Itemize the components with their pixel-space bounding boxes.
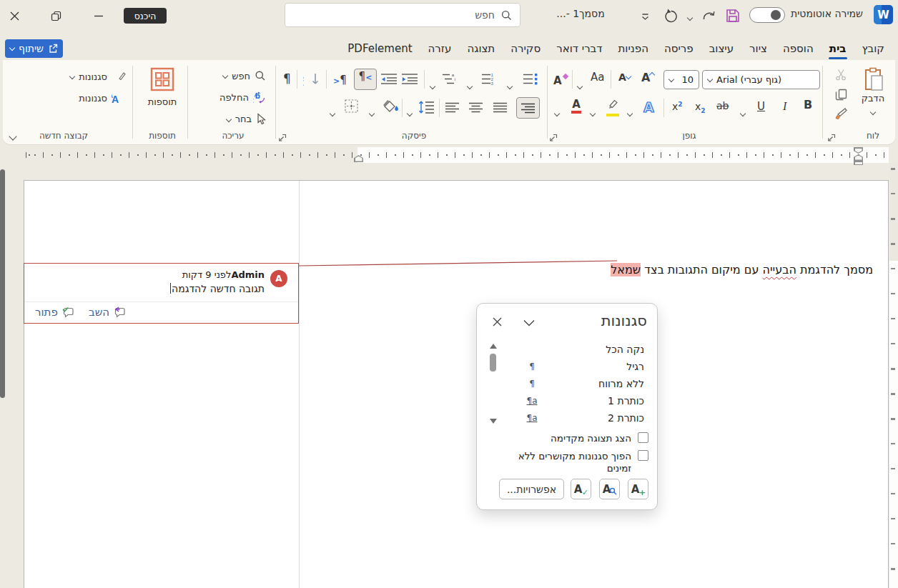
strikethrough-button[interactable]: ab: [716, 100, 729, 111]
undo-dropdown-chevron-icon[interactable]: [681, 9, 699, 26]
numbering-chevron-icon[interactable]: [468, 78, 472, 91]
tab-help[interactable]: עזרה: [420, 39, 460, 59]
style-item-clear-all[interactable]: נקה הכל: [606, 341, 644, 358]
text-effects-button[interactable]: A: [643, 99, 654, 115]
font-name-combobox[interactable]: Arial (גוף עברי): [702, 70, 820, 89]
clear-formatting-button[interactable]: A: [553, 73, 569, 86]
tab-view[interactable]: תצוגה: [459, 39, 503, 59]
show-paragraph-marks-button[interactable]: ¶: [283, 71, 291, 86]
bold-button[interactable]: B: [804, 100, 812, 109]
decrease-indent-button[interactable]: [402, 73, 418, 84]
font-name-chevron-icon[interactable]: [707, 76, 713, 81]
addins-button[interactable]: תוספות: [139, 67, 186, 107]
font-dialog-launcher-icon[interactable]: [548, 132, 558, 141]
comment-text[interactable]: תגובה חדשה להדגמה: [170, 283, 265, 294]
highlight-button[interactable]: [605, 99, 619, 116]
show-preview-checkbox[interactable]: [638, 432, 648, 443]
close-window-icon[interactable]: [6, 7, 23, 24]
style-item-normal[interactable]: רגיל: [626, 358, 644, 375]
numbering-button[interactable]: 123: [482, 73, 498, 85]
titlebar-more-chevron-icon[interactable]: [636, 8, 653, 25]
options-button[interactable]: אפשרויות...: [499, 479, 564, 499]
vertical-scrollbar[interactable]: [0, 163, 9, 588]
horizontal-ruler[interactable]: [0, 147, 898, 163]
tab-design[interactable]: עיצוב: [701, 39, 741, 59]
style-item-heading1[interactable]: כותרת 1: [608, 392, 644, 409]
styles-panel-close-icon[interactable]: [490, 314, 504, 329]
disable-linked-checkbox[interactable]: [638, 450, 648, 461]
style-item-no-spacing[interactable]: ללא מרווח: [598, 375, 644, 392]
word-logo[interactable]: W: [874, 5, 893, 24]
superscript-button[interactable]: x2: [672, 101, 683, 112]
tab-draw[interactable]: ציור: [741, 39, 775, 59]
font-size-combobox[interactable]: 10: [663, 70, 699, 89]
line-spacing-button[interactable]: [418, 101, 434, 114]
tab-home[interactable]: בית: [821, 39, 854, 59]
copy-icon[interactable]: [835, 89, 847, 104]
document-text-line[interactable]: מסמך להדגמת הבעייה עם מיקום התגובות בצד …: [611, 263, 873, 276]
search-box[interactable]: חפש: [285, 3, 520, 27]
subscript-button[interactable]: x2: [695, 101, 706, 114]
font-color-chevron-icon[interactable]: [555, 105, 559, 119]
borders-button[interactable]: [345, 99, 358, 113]
tab-insert[interactable]: הוספה: [775, 39, 821, 59]
select-button[interactable]: בחר: [212, 113, 266, 125]
style-item-heading2[interactable]: כותרת 2: [608, 409, 644, 427]
reply-button[interactable]: השב: [89, 306, 127, 319]
rtl-direction-button[interactable]: ¶<: [354, 69, 377, 90]
document-page[interactable]: מסמך להדגמת הבעייה עם מיקום התגובות בצד …: [24, 180, 889, 588]
scrollbar-thumb[interactable]: [0, 169, 5, 398]
resolve-button[interactable]: פתור: [35, 306, 75, 319]
restore-window-icon[interactable]: [47, 7, 64, 24]
tab-review[interactable]: סקירה: [503, 39, 548, 59]
first-line-indent-marker[interactable]: [854, 147, 863, 154]
redo-icon[interactable]: [700, 7, 717, 24]
align-left-button[interactable]: [445, 102, 459, 113]
comment-card[interactable]: A Adminלפני 9 דקות תגובה חדשה להדגמה פתו…: [24, 263, 299, 324]
manage-styles-button[interactable]: A+: [628, 479, 648, 499]
shrink-font-button[interactable]: A: [618, 73, 631, 82]
styles-panel[interactable]: סגנונות נקה הכל רגיל ¶ ללא מרווח ¶ כותרת…: [476, 303, 658, 510]
line-spacing-chevron-icon[interactable]: [408, 105, 412, 119]
new-style-button[interactable]: A✓: [571, 479, 591, 499]
undo-icon[interactable]: [662, 7, 679, 24]
clipboard-dialog-launcher-icon[interactable]: [827, 132, 836, 141]
styles-list[interactable]: נקה הכל רגיל ¶ ללא מרווח ¶ כותרת 1 ¶a כו…: [485, 341, 650, 427]
styles-gallery-button[interactable]: A סגנונות: [63, 70, 126, 83]
shading-chevron-icon[interactable]: [370, 105, 374, 119]
autosave-toggle[interactable]: [749, 7, 785, 23]
collapse-ribbon-chevron-icon[interactable]: [10, 129, 16, 142]
increase-indent-button[interactable]: [381, 73, 397, 84]
replace-button[interactable]: bc החלפה: [200, 91, 266, 104]
sign-in-button[interactable]: היכנס: [124, 8, 167, 24]
align-justify-button[interactable]: [493, 102, 507, 113]
bullets-button[interactable]: [523, 73, 538, 85]
borders-chevron-icon[interactable]: [330, 105, 335, 119]
sort-button[interactable]: AZ: [303, 71, 320, 86]
tab-pdfelement[interactable]: PDFelement: [340, 39, 420, 59]
paragraph-dialog-launcher-icon[interactable]: [277, 132, 287, 141]
styles-scrollbar-thumb[interactable]: [490, 354, 496, 372]
hanging-indent-marker[interactable]: [854, 154, 863, 161]
scroll-up-icon[interactable]: [490, 344, 497, 349]
left-indent-marker[interactable]: [354, 155, 363, 162]
change-case-button[interactable]: Aa: [591, 73, 604, 82]
multilevel-list-button[interactable]: ai: [443, 73, 458, 85]
scroll-down-icon[interactable]: [490, 419, 497, 424]
styles-list-scrollbar[interactable]: [488, 342, 498, 425]
underline-button[interactable]: U: [757, 100, 765, 113]
change-case-chevron-icon[interactable]: [578, 78, 582, 91]
tab-file[interactable]: קובץ: [854, 39, 893, 59]
text-effects-chevron-icon[interactable]: [628, 105, 632, 119]
share-button[interactable]: שיתוף: [5, 39, 63, 58]
font-color-button[interactable]: A: [571, 100, 581, 114]
align-center-button[interactable]: [469, 102, 483, 113]
tab-mailings[interactable]: דברי דואר: [548, 39, 610, 59]
tab-layout[interactable]: פריסה: [656, 39, 701, 59]
align-right-button[interactable]: [516, 97, 540, 119]
ltr-direction-button[interactable]: >¶: [333, 73, 347, 86]
save-icon[interactable]: [724, 7, 741, 24]
italic-button[interactable]: I: [783, 100, 786, 113]
highlight-chevron-icon[interactable]: [591, 105, 595, 119]
styles-panel-chevron-icon[interactable]: [521, 317, 536, 327]
